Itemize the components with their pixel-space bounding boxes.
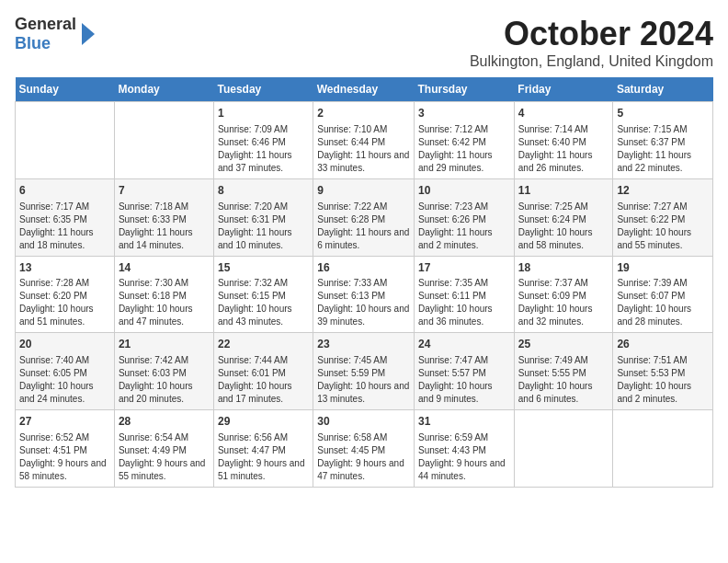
- day-info: Sunrise: 7:37 AM Sunset: 6:09 PM Dayligh…: [518, 277, 609, 328]
- logo-general: General: [15, 15, 76, 34]
- calendar-cell: 17Sunrise: 7:35 AM Sunset: 6:11 PM Dayli…: [415, 256, 515, 333]
- day-info: Sunrise: 7:49 AM Sunset: 5:55 PM Dayligh…: [518, 354, 609, 406]
- calendar-body: 1Sunrise: 7:09 AM Sunset: 6:46 PM Daylig…: [16, 102, 713, 488]
- svg-marker-0: [82, 23, 95, 45]
- calendar-header: SundayMondayTuesdayWednesdayThursdayFrid…: [16, 77, 713, 102]
- logo: General Blue: [15, 15, 97, 53]
- calendar-cell: 10Sunrise: 7:23 AM Sunset: 6:26 PM Dayli…: [415, 178, 515, 256]
- day-number: 26: [617, 337, 709, 352]
- day-number: 1: [218, 106, 309, 121]
- title-block: October 2024 Bulkington, England, United…: [470, 15, 713, 70]
- day-info: Sunrise: 7:40 AM Sunset: 6:05 PM Dayligh…: [19, 354, 110, 406]
- header-cell-saturday: Saturday: [613, 77, 713, 102]
- day-info: Sunrise: 7:42 AM Sunset: 6:03 PM Dayligh…: [119, 354, 210, 406]
- day-number: 20: [19, 337, 110, 352]
- calendar-cell: 1Sunrise: 7:09 AM Sunset: 6:46 PM Daylig…: [213, 102, 313, 179]
- calendar-cell: 9Sunrise: 7:22 AM Sunset: 6:28 PM Daylig…: [313, 178, 415, 256]
- day-info: Sunrise: 7:32 AM Sunset: 6:15 PM Dayligh…: [218, 277, 309, 328]
- logo-blue: Blue: [15, 34, 76, 53]
- calendar-cell: [114, 102, 213, 179]
- day-info: Sunrise: 7:15 AM Sunset: 6:37 PM Dayligh…: [617, 123, 709, 175]
- day-info: Sunrise: 7:14 AM Sunset: 6:40 PM Dayligh…: [518, 123, 609, 175]
- calendar-cell: 21Sunrise: 7:42 AM Sunset: 6:03 PM Dayli…: [114, 333, 213, 410]
- calendar-cell: 22Sunrise: 7:44 AM Sunset: 6:01 PM Dayli…: [213, 333, 313, 410]
- day-info: Sunrise: 7:30 AM Sunset: 6:18 PM Dayligh…: [119, 277, 210, 328]
- header-cell-friday: Friday: [514, 77, 613, 102]
- calendar-cell: 7Sunrise: 7:18 AM Sunset: 6:33 PM Daylig…: [114, 178, 213, 256]
- day-number: 12: [617, 183, 709, 199]
- day-number: 27: [19, 414, 110, 430]
- day-number: 17: [418, 260, 510, 276]
- day-number: 15: [218, 260, 309, 276]
- day-info: Sunrise: 7:09 AM Sunset: 6:46 PM Dayligh…: [218, 123, 309, 175]
- header-row: SundayMondayTuesdayWednesdayThursdayFrid…: [16, 77, 713, 102]
- header-cell-tuesday: Tuesday: [213, 77, 313, 102]
- calendar-cell: [613, 410, 713, 488]
- calendar-cell: 4Sunrise: 7:14 AM Sunset: 6:40 PM Daylig…: [514, 102, 613, 179]
- day-number: 23: [317, 337, 410, 352]
- day-info: Sunrise: 7:27 AM Sunset: 6:22 PM Dayligh…: [617, 201, 709, 252]
- day-info: Sunrise: 7:18 AM Sunset: 6:33 PM Dayligh…: [119, 201, 210, 252]
- day-number: 7: [119, 183, 210, 199]
- day-number: 31: [418, 414, 510, 430]
- day-number: 14: [119, 260, 210, 276]
- day-info: Sunrise: 7:28 AM Sunset: 6:20 PM Dayligh…: [19, 277, 110, 328]
- day-info: Sunrise: 7:25 AM Sunset: 6:24 PM Dayligh…: [518, 201, 609, 252]
- header-cell-wednesday: Wednesday: [313, 77, 415, 102]
- day-number: 30: [317, 414, 410, 430]
- calendar-cell: 19Sunrise: 7:39 AM Sunset: 6:07 PM Dayli…: [613, 256, 713, 333]
- day-info: Sunrise: 7:17 AM Sunset: 6:35 PM Dayligh…: [19, 201, 110, 252]
- logo-icon: [78, 21, 97, 47]
- day-number: 5: [617, 106, 709, 121]
- calendar-cell: 3Sunrise: 7:12 AM Sunset: 6:42 PM Daylig…: [415, 102, 515, 179]
- day-number: 2: [317, 106, 410, 121]
- day-info: Sunrise: 6:59 AM Sunset: 4:43 PM Dayligh…: [418, 431, 510, 483]
- day-number: 21: [119, 337, 210, 352]
- day-info: Sunrise: 7:47 AM Sunset: 5:57 PM Dayligh…: [418, 354, 510, 406]
- day-number: 8: [218, 183, 309, 199]
- calendar-cell: 20Sunrise: 7:40 AM Sunset: 6:05 PM Dayli…: [16, 333, 115, 410]
- calendar-cell: [16, 102, 115, 179]
- day-number: 9: [317, 183, 410, 199]
- day-info: Sunrise: 7:44 AM Sunset: 6:01 PM Dayligh…: [218, 354, 309, 406]
- day-number: 16: [317, 260, 410, 276]
- calendar-cell: 23Sunrise: 7:45 AM Sunset: 5:59 PM Dayli…: [313, 333, 415, 410]
- day-number: 25: [518, 337, 609, 352]
- day-number: 4: [518, 106, 609, 121]
- calendar-cell: 18Sunrise: 7:37 AM Sunset: 6:09 PM Dayli…: [514, 256, 613, 333]
- day-info: Sunrise: 7:22 AM Sunset: 6:28 PM Dayligh…: [317, 201, 410, 252]
- day-info: Sunrise: 7:12 AM Sunset: 6:42 PM Dayligh…: [418, 123, 510, 175]
- day-info: Sunrise: 7:10 AM Sunset: 6:44 PM Dayligh…: [317, 123, 410, 175]
- day-number: 13: [19, 260, 110, 276]
- day-info: Sunrise: 6:58 AM Sunset: 4:45 PM Dayligh…: [317, 431, 410, 483]
- day-number: 10: [418, 183, 510, 199]
- day-number: 3: [418, 106, 510, 121]
- calendar-cell: 2Sunrise: 7:10 AM Sunset: 6:44 PM Daylig…: [313, 102, 415, 179]
- calendar-cell: 25Sunrise: 7:49 AM Sunset: 5:55 PM Dayli…: [514, 333, 613, 410]
- day-info: Sunrise: 7:45 AM Sunset: 5:59 PM Dayligh…: [317, 354, 410, 406]
- calendar-cell: 11Sunrise: 7:25 AM Sunset: 6:24 PM Dayli…: [514, 178, 613, 256]
- calendar-cell: 8Sunrise: 7:20 AM Sunset: 6:31 PM Daylig…: [213, 178, 313, 256]
- calendar-cell: 6Sunrise: 7:17 AM Sunset: 6:35 PM Daylig…: [16, 178, 115, 256]
- week-row-0: 1Sunrise: 7:09 AM Sunset: 6:46 PM Daylig…: [16, 102, 713, 179]
- day-number: 19: [617, 260, 709, 276]
- week-row-3: 20Sunrise: 7:40 AM Sunset: 6:05 PM Dayli…: [16, 333, 713, 410]
- main-title: October 2024: [470, 15, 713, 53]
- week-row-1: 6Sunrise: 7:17 AM Sunset: 6:35 PM Daylig…: [16, 178, 713, 256]
- day-number: 24: [418, 337, 510, 352]
- day-number: 18: [518, 260, 609, 276]
- calendar-cell: 12Sunrise: 7:27 AM Sunset: 6:22 PM Dayli…: [613, 178, 713, 256]
- calendar-cell: 27Sunrise: 6:52 AM Sunset: 4:51 PM Dayli…: [16, 410, 115, 488]
- calendar-cell: 14Sunrise: 7:30 AM Sunset: 6:18 PM Dayli…: [114, 256, 213, 333]
- header-cell-thursday: Thursday: [415, 77, 515, 102]
- day-info: Sunrise: 7:35 AM Sunset: 6:11 PM Dayligh…: [418, 277, 510, 328]
- day-info: Sunrise: 7:39 AM Sunset: 6:07 PM Dayligh…: [617, 277, 709, 328]
- calendar-cell: 13Sunrise: 7:28 AM Sunset: 6:20 PM Dayli…: [16, 256, 115, 333]
- day-info: Sunrise: 7:20 AM Sunset: 6:31 PM Dayligh…: [218, 201, 309, 252]
- day-info: Sunrise: 7:33 AM Sunset: 6:13 PM Dayligh…: [317, 277, 410, 328]
- calendar-cell: 5Sunrise: 7:15 AM Sunset: 6:37 PM Daylig…: [613, 102, 713, 179]
- day-number: 28: [119, 414, 210, 430]
- day-info: Sunrise: 6:56 AM Sunset: 4:47 PM Dayligh…: [218, 431, 309, 483]
- week-row-2: 13Sunrise: 7:28 AM Sunset: 6:20 PM Dayli…: [16, 256, 713, 333]
- subtitle: Bulkington, England, United Kingdom: [470, 53, 713, 70]
